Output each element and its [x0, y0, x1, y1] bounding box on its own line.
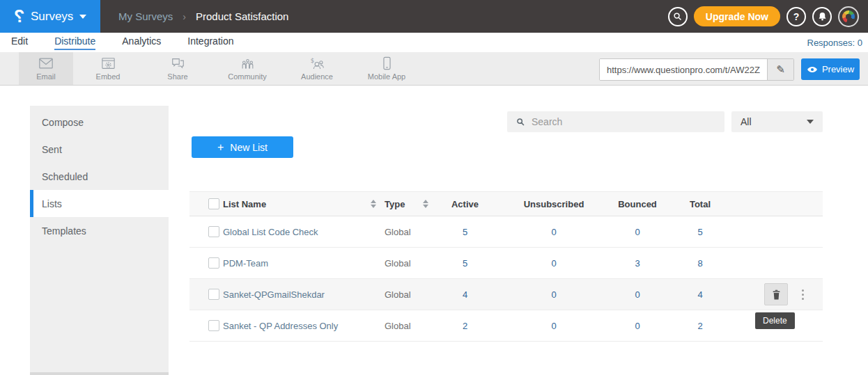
- bounced-count-link[interactable]: 0: [613, 321, 662, 331]
- active-count-link[interactable]: 5: [435, 227, 495, 237]
- search-icon: [516, 117, 525, 127]
- toolbar-item-audience[interactable]: $ Audience: [282, 52, 352, 85]
- share-chat-icon: [171, 57, 185, 70]
- total-count-link[interactable]: 4: [662, 289, 738, 300]
- lists-search-box: [507, 111, 724, 132]
- bell-icon: [817, 11, 828, 22]
- survey-url-input[interactable]: [600, 59, 767, 80]
- unsubscribed-count-link[interactable]: 0: [495, 227, 613, 237]
- notifications-button[interactable]: [812, 7, 832, 26]
- survey-nav-tabs: Edit Distribute Analytics Integration Re…: [0, 33, 868, 52]
- unsubscribed-count-link[interactable]: 0: [495, 289, 613, 300]
- top-bar-actions: Upgrade Now ?: [668, 6, 868, 27]
- eye-icon: [807, 65, 818, 74]
- toolbar-item-label: Mobile App: [368, 72, 405, 81]
- bounced-count-link[interactable]: 0: [613, 227, 662, 237]
- responses-count: Responses: 0: [807, 38, 863, 48]
- tab-edit[interactable]: Edit: [11, 35, 28, 50]
- top-bar: ? Surveys My Surveys › Product Satisfact…: [0, 0, 868, 33]
- list-type-filter-dropdown[interactable]: All: [731, 111, 823, 132]
- breadcrumb-current-survey: Product Satisfaction: [196, 10, 288, 22]
- sidebar-item-templates[interactable]: Templates: [30, 217, 169, 244]
- list-type: Global: [385, 227, 411, 237]
- email-sidebar: Compose Sent Scheduled Lists Templates: [30, 106, 169, 375]
- distribute-toolbar: Email Embed Share Community $ Audience M…: [0, 52, 868, 86]
- chevron-down-icon: [807, 120, 814, 124]
- total-count-link[interactable]: 5: [662, 227, 738, 237]
- breadcrumb: My Surveys › Product Satisfaction: [118, 10, 288, 22]
- toolbar-item-label: Community: [228, 72, 267, 81]
- sidebar-item-lists[interactable]: Lists: [30, 190, 169, 217]
- sort-list-name-icon[interactable]: [371, 200, 376, 208]
- active-count-link[interactable]: 4: [435, 289, 495, 300]
- filter-selected-value: All: [741, 116, 752, 127]
- sidebar-item-compose[interactable]: Compose: [30, 109, 169, 136]
- bounced-count-link[interactable]: 0: [613, 289, 662, 300]
- help-button[interactable]: ?: [786, 7, 806, 26]
- tab-analytics[interactable]: Analytics: [122, 35, 161, 50]
- upgrade-now-button[interactable]: Upgrade Now: [694, 6, 780, 26]
- sidebar-item-scheduled[interactable]: Scheduled: [30, 163, 169, 190]
- surveys-product-menu[interactable]: ? Surveys: [0, 0, 100, 33]
- embed-icon: [101, 57, 116, 70]
- row-more-menu-button[interactable]: [799, 287, 807, 303]
- envelope-icon: [38, 57, 54, 70]
- preview-button[interactable]: Preview: [801, 58, 860, 80]
- search-icon: [672, 11, 683, 22]
- delete-list-button[interactable]: [764, 283, 788, 305]
- tab-integration[interactable]: Integration: [187, 35, 233, 50]
- col-header-unsubscribed: Unsubscribed: [495, 199, 613, 209]
- sidebar-item-sent[interactable]: Sent: [30, 136, 169, 163]
- toolbar-item-email[interactable]: Email: [19, 52, 73, 85]
- list-name-link[interactable]: Sanket - QP Addresses Only: [223, 321, 338, 331]
- app-window: ? Surveys My Surveys › Product Satisfact…: [0, 0, 868, 375]
- mobile-phone-icon: [382, 56, 392, 70]
- list-type: Global: [385, 321, 411, 331]
- community-people-icon: [240, 57, 255, 70]
- row-checkbox[interactable]: [208, 226, 219, 237]
- list-name-link[interactable]: Global List Code Check: [223, 227, 318, 237]
- select-all-checkbox[interactable]: [208, 198, 219, 209]
- tab-distribute[interactable]: Distribute: [54, 35, 95, 50]
- new-list-button[interactable]: + New List: [192, 136, 293, 158]
- col-header-type: Type: [385, 199, 405, 209]
- toolbar-item-share[interactable]: Share: [143, 52, 212, 85]
- toolbar-item-community[interactable]: Community: [212, 52, 282, 85]
- chevron-down-icon: [79, 15, 86, 19]
- active-count-link[interactable]: 5: [435, 258, 495, 269]
- questionpro-logo-icon: ?: [14, 8, 24, 25]
- table-row-hovered: Sanket-QPGmailShekdar Global 4 0 0 4: [189, 279, 823, 310]
- row-checkbox[interactable]: [208, 289, 219, 300]
- unsubscribed-count-link[interactable]: 0: [495, 258, 613, 269]
- list-name-link[interactable]: Sanket-QPGmailShekdar: [223, 289, 325, 300]
- toolbar-item-mobile-app[interactable]: Mobile App: [352, 52, 421, 85]
- col-header-bounced: Bounced: [613, 199, 662, 209]
- table-row: Sanket - QP Addresses Only Global 2 0 0 …: [189, 310, 823, 342]
- trash-icon: [771, 289, 782, 301]
- lists-search-input[interactable]: [532, 116, 716, 127]
- row-checkbox[interactable]: [208, 320, 219, 331]
- toolbar-item-embed[interactable]: Embed: [73, 52, 143, 85]
- list-name-link[interactable]: PDM-Team: [223, 258, 268, 269]
- edit-url-button[interactable]: ✎: [767, 59, 793, 80]
- sort-type-icon[interactable]: [423, 200, 428, 208]
- list-type: Global: [385, 258, 411, 269]
- total-count-link[interactable]: 8: [662, 258, 738, 269]
- user-avatar[interactable]: [838, 6, 859, 27]
- total-count-link[interactable]: 2: [662, 321, 738, 331]
- avatar-gauge-icon: [842, 10, 855, 23]
- toolbar-item-label: Share: [167, 72, 187, 81]
- toolbar-item-label: Audience: [301, 72, 333, 81]
- breadcrumb-separator-icon: ›: [183, 11, 186, 22]
- delete-tooltip: Delete: [755, 312, 795, 329]
- bounced-count-link[interactable]: 3: [613, 258, 662, 269]
- sidebar-scrollbar[interactable]: [30, 372, 169, 375]
- active-count-link[interactable]: 2: [435, 321, 495, 331]
- col-header-list-name: List Name: [223, 199, 266, 209]
- row-checkbox[interactable]: [208, 257, 219, 269]
- new-list-label: New List: [230, 142, 268, 153]
- search-button[interactable]: [668, 7, 688, 26]
- unsubscribed-count-link[interactable]: 0: [495, 321, 613, 331]
- lists-table: List Name Type Active Unsubscribed Bounc…: [189, 191, 823, 342]
- breadcrumb-my-surveys[interactable]: My Surveys: [118, 10, 173, 22]
